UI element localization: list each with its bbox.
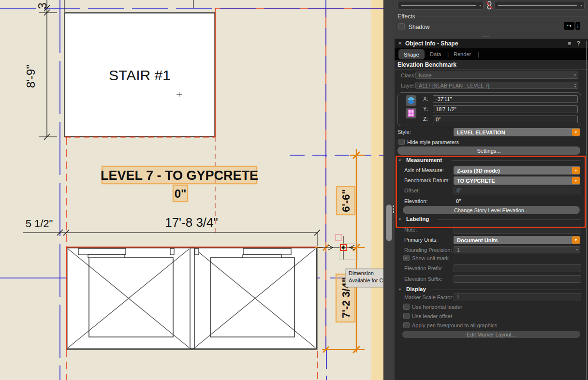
marker-scale-field[interactable]: 1 bbox=[454, 293, 581, 301]
use-leader-offset-row: Use leader offset bbox=[395, 312, 588, 321]
reply-arrow-button[interactable]: ↪ bbox=[564, 22, 574, 30]
shadow-checkbox[interactable] bbox=[398, 23, 405, 29]
line-style-dropdown[interactable]: ▾ bbox=[397, 1, 484, 10]
datum-resource-button[interactable]: ▾ bbox=[572, 177, 580, 184]
datum-row: Benchmark Datum: TO GYPCRETE ▾ bbox=[395, 176, 588, 185]
edit-marker-button[interactable]: Edit Marker Layout... bbox=[402, 331, 580, 338]
labeling-header: ▾ Labeling bbox=[395, 216, 588, 224]
use-horizontal-leader-checkbox[interactable] bbox=[403, 304, 410, 310]
divider-grip-icon[interactable] bbox=[393, 208, 394, 210]
object-info-titlebar[interactable]: ✕ Object Info - Shape ≡ ? bbox=[395, 39, 588, 48]
room-label[interactable]: STAIR #1 bbox=[109, 67, 171, 83]
help-icon[interactable]: ? bbox=[577, 40, 580, 47]
vertical-dots-icon: ⋮ bbox=[576, 24, 580, 29]
axis-value: Z-axis (3D mode) bbox=[454, 168, 572, 174]
stair-plan[interactable] bbox=[66, 247, 317, 350]
elevation-label: Elevation: bbox=[404, 198, 427, 204]
rounding-dropdown[interactable]: 1 ▾ bbox=[454, 246, 580, 253]
x-field[interactable]: -37'11" bbox=[433, 95, 578, 103]
labeling-title[interactable]: Labeling bbox=[406, 216, 429, 222]
style-value: LEVEL ELEVATION bbox=[454, 130, 572, 135]
link-broken-icon[interactable] bbox=[485, 0, 493, 10]
divider-grip-icon[interactable] bbox=[393, 211, 394, 213]
divider-grip-icon[interactable] bbox=[393, 205, 394, 207]
measurement-title[interactable]: Measurement bbox=[406, 157, 442, 163]
level-label[interactable]: LEVEL 7 - TO GYPCRETE bbox=[101, 168, 258, 183]
settings-button[interactable]: Settings... bbox=[397, 146, 580, 155]
scrollbar-thumb[interactable] bbox=[386, 205, 392, 241]
x-label: X: bbox=[423, 96, 428, 102]
chevron-down-icon[interactable]: ▾ bbox=[399, 287, 401, 292]
panel-scroll-edge[interactable] bbox=[586, 41, 587, 380]
use-horizontal-leader-row: Use horizontal leader bbox=[395, 303, 588, 312]
hide-style-row: Hide style parameters bbox=[395, 138, 588, 147]
apply-pen-row: Apply pen foreground to all graphics bbox=[395, 322, 588, 330]
primary-units-resource-button[interactable]: ▾ bbox=[572, 236, 580, 244]
chevron-down-icon[interactable]: ▾ bbox=[399, 158, 401, 162]
tooltip: Dimension Available for Ch bbox=[346, 269, 383, 287]
offset-field[interactable]: 0" bbox=[454, 187, 581, 194]
rounding-value: 1 bbox=[454, 247, 576, 253]
object-type-header: Elevation Benchmark bbox=[397, 61, 456, 68]
change-story-button[interactable]: Change Story Level Elevation... bbox=[403, 206, 580, 214]
move-3d-icon[interactable] bbox=[406, 108, 416, 118]
level-elevation-label[interactable]: 0" bbox=[175, 187, 187, 200]
marker-scale-label: Marker Scale Factor: bbox=[404, 294, 454, 300]
move-2d-icon[interactable] bbox=[406, 95, 416, 106]
class-dropdown[interactable]: None ▾ bbox=[415, 72, 578, 79]
chevron-down-icon: ▾ bbox=[479, 3, 481, 8]
note-row: Note: bbox=[395, 226, 588, 234]
chevron-up-down-icon: ▴▾ bbox=[574, 83, 578, 88]
style-dropdown[interactable]: LEVEL ELEVATION ▾ bbox=[454, 128, 580, 136]
dim-width-label[interactable]: 17'-8 3/4" bbox=[165, 215, 218, 230]
hide-style-label: Hide style parameters bbox=[407, 139, 459, 145]
curved-arrow-icon: ↪ bbox=[567, 23, 571, 29]
line-style-preview bbox=[401, 5, 476, 6]
line-weight-dropdown[interactable]: ▾ bbox=[494, 1, 585, 10]
dim-right-upper-group[interactable]: 6'-6" bbox=[337, 187, 355, 215]
dim-small-offset-label[interactable]: 5 1/2" bbox=[26, 218, 53, 230]
axis-dropdown[interactable]: Z-axis (3D mode) ▾ bbox=[454, 166, 580, 175]
axis-resource-button[interactable]: ▾ bbox=[572, 167, 580, 174]
primary-units-dropdown[interactable]: Document Units ▾ bbox=[454, 236, 580, 244]
tab-shape[interactable]: Shape bbox=[398, 49, 425, 59]
show-unit-mark-checkbox[interactable]: ✓ bbox=[403, 255, 410, 261]
layer-dropdown[interactable]: A117 [SLAB PLAN : LEVEL 7] ▴▾ bbox=[415, 82, 578, 89]
tab-render[interactable]: Render bbox=[454, 51, 471, 57]
offset-row: Offset: 0" bbox=[395, 187, 588, 195]
hamburger-menu-icon[interactable]: ≡ bbox=[568, 40, 571, 47]
tab-data[interactable]: Data bbox=[430, 51, 441, 57]
tooltip-line2: Available for Ch bbox=[349, 278, 383, 283]
style-resource-button[interactable]: ▾ bbox=[572, 129, 580, 136]
elevation-suffix-field[interactable] bbox=[454, 275, 581, 283]
shadow-menu-button[interactable]: ⋮ bbox=[575, 22, 580, 30]
note-field[interactable] bbox=[454, 226, 581, 234]
tooltip-line1: Dimension bbox=[349, 270, 374, 276]
dim-left-height-label[interactable]: 8'-9" bbox=[24, 65, 37, 88]
shadow-label: Shadow bbox=[409, 24, 429, 30]
display-title[interactable]: Display bbox=[406, 286, 426, 292]
drawing-canvas[interactable]: 3 8'-9" STAIR #1 5 1/2" 17'-8 3/4" bbox=[0, 0, 383, 380]
use-horizontal-leader-label: Use horizontal leader bbox=[412, 304, 462, 310]
chevron-down-icon[interactable]: ▾ bbox=[399, 217, 401, 221]
effects-title: Effects bbox=[397, 13, 415, 20]
show-unit-mark-label: Show unit mark bbox=[412, 255, 449, 261]
layer-label: Layer: bbox=[401, 83, 416, 88]
use-leader-offset-checkbox[interactable] bbox=[403, 313, 410, 319]
stair-room[interactable]: STAIR #1 bbox=[65, 8, 216, 137]
check-icon: ✓ bbox=[404, 255, 408, 261]
pane-divider[interactable] bbox=[383, 0, 395, 380]
apply-pen-checkbox[interactable] bbox=[403, 322, 410, 328]
elevation-prefix-field[interactable] bbox=[454, 264, 581, 272]
divider-line bbox=[395, 69, 588, 70]
hide-style-checkbox[interactable] bbox=[398, 139, 405, 145]
y-field[interactable]: 18'7 1/2" bbox=[433, 105, 578, 113]
dim-right-upper-label[interactable]: 6'-6" bbox=[340, 189, 352, 212]
dim-top-label[interactable]: 3 bbox=[36, 2, 49, 9]
primary-units-label: Primary Units: bbox=[404, 237, 438, 243]
close-icon[interactable]: ✕ bbox=[398, 41, 402, 46]
datum-dropdown[interactable]: TO GYPCRETE ▾ bbox=[454, 176, 580, 185]
marker-scale-row: Marker Scale Factor: 1 bbox=[395, 293, 588, 302]
z-field[interactable]: 0" bbox=[433, 116, 578, 123]
style-label: Style: bbox=[397, 129, 411, 135]
